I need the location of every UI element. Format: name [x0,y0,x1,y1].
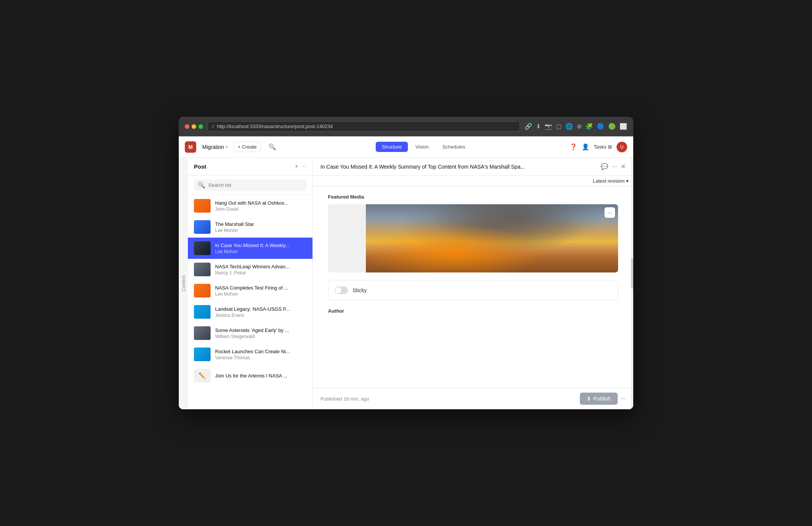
comment-icon[interactable]: 💬 [601,163,608,170]
extension-icon3[interactable]: 🟢 [608,123,616,130]
panel-header: Post + ··· [188,158,312,175]
extension-icon1[interactable]: 🧩 [586,123,593,130]
panel-actions: + ··· [295,163,306,170]
more-options-icon[interactable]: ··· [612,163,617,170]
help-icon[interactable]: ❓ [570,143,577,150]
list-item-draft[interactable]: ✏️ Join Us for the Artemis I NASA ... [188,365,312,386]
terminal-icon[interactable]: ▢ [556,123,562,130]
doc-title: In Case You Missed It: A Weekly Summary … [320,164,596,170]
tasks-button[interactable]: Tasks ⊞ [594,144,612,150]
post-title: In Case You Missed It: A Weekly... [215,243,306,248]
tab-schedules[interactable]: Schedules [436,142,472,152]
list-item[interactable]: Hang Out with NASA at Oshkos... John Gou… [188,195,312,216]
post-title: NASA Completes Test Firing of ... [215,285,306,291]
extension-icon2[interactable]: 🔵 [597,123,604,130]
doc-header: In Case You Missed It: A Weekly Summary … [313,158,633,176]
user-avatar[interactable]: U [617,142,627,152]
post-title: NASA TechLeap Winners Advan... [215,264,306,269]
explosion-overlay [366,204,618,272]
info-icon: i [212,124,214,129]
panel-title: Post [194,163,295,170]
search-bar: 🔍 [188,175,312,195]
featured-media-area: ··· [328,204,618,272]
author-label: Author [328,308,618,314]
tab-structure[interactable]: Structure [376,142,408,152]
target-icon[interactable]: ⊕ [577,123,582,130]
search-input[interactable] [208,182,303,188]
post-info: Some Asteroids 'Aged Early' by ... Willi… [215,327,306,339]
doc-header-actions: 💬 ··· ✕ [601,163,626,170]
minimize-dot[interactable] [192,124,196,129]
sticky-section: Sticky [328,280,618,301]
post-thumbnail [194,263,211,276]
scrollbar-thumb[interactable] [631,258,633,289]
post-title: The Marshall Star [215,221,306,227]
list-item[interactable]: Landsat Legacy: NASA-USGS P... Jessica E… [188,301,312,322]
workspace-name-label: Migration [202,144,224,150]
post-title: Landsat Legacy: NASA-USGS P... [215,306,306,312]
close-dot[interactable] [185,124,189,129]
search-wrap: 🔍 [194,179,306,191]
add-post-button[interactable]: + [295,163,298,170]
post-info: NASA TechLeap Winners Advan... Nancy J. … [215,264,306,276]
list-item[interactable]: NASA TechLeap Winners Advan... Nancy J. … [188,259,312,280]
workspace-selector[interactable]: Migration ▾ [202,144,228,150]
tasks-label: Tasks [594,144,606,150]
search-button[interactable]: 🔍 [267,142,278,152]
browser-actions: 🔗 ⬇ 📷 ▢ 🌐 ⊕ 🧩 🔵 🟢 ⬜ [525,123,627,130]
post-info: Rocket Launches Can Create Ni... Vanessa… [215,349,306,360]
post-thumbnail [194,348,211,361]
published-time: Published 18 min. ago [320,396,369,402]
post-title: Rocket Launches Can Create Ni... [215,349,306,354]
sidebar-content-tab[interactable]: Content [179,158,188,409]
top-nav: M Migration ▾ + Create 🔍 Structure Visio… [179,136,633,158]
close-icon[interactable]: ✕ [621,163,626,170]
link-icon[interactable]: 🔗 [525,123,532,130]
globe-icon[interactable]: 🌐 [565,123,573,130]
maximize-dot[interactable] [198,124,203,129]
panel-more-button[interactable]: ··· [301,163,306,170]
list-item[interactable]: The Marshall Star Lee Mohon [188,216,312,238]
post-list: Hang Out with NASA at Oshkos... John Gou… [188,195,312,409]
search-icon: 🔍 [198,182,205,189]
members-icon[interactable]: 👤 [582,143,589,150]
revision-selector[interactable]: Latest revision ▾ [313,176,633,186]
post-title: Some Asteroids 'Aged Early' by ... [215,327,306,333]
list-item[interactable]: NASA Completes Test Firing of ... Lee Mo… [188,280,312,301]
create-button[interactable]: + Create [234,142,261,152]
publish-button[interactable]: ⬆ Publish [580,393,618,405]
post-thumbnail [194,305,211,319]
post-author: Lee Mohon [215,291,306,297]
tab-vision[interactable]: Vision [409,142,435,152]
post-info: Hang Out with NASA at Oshkos... John Gou… [215,200,306,212]
workspace-chevron-icon: ▾ [226,145,228,149]
list-item-active[interactable]: In Case You Missed It: A Weekly... Lee M… [188,238,312,259]
featured-media-label: Featured Media [328,194,618,200]
post-author: Nancy J. Pekar [215,270,306,276]
list-item[interactable]: Some Asteroids 'Aged Early' by ... Willi… [188,322,312,344]
media-more-button[interactable]: ··· [604,207,615,218]
nav-right: ❓ 👤 Tasks ⊞ U [570,142,627,152]
post-info: Landsat Legacy: NASA-USGS P... Jessica E… [215,306,306,318]
post-info: In Case You Missed It: A Weekly... Lee M… [215,243,306,254]
post-thumbnail [194,220,211,234]
camera-icon[interactable]: 📷 [545,123,552,130]
revision-chevron-icon: ▾ [626,178,629,184]
sidebar-toggle-icon[interactable]: ⬜ [620,123,627,130]
sticky-toggle[interactable] [334,286,348,294]
address-bar[interactable]: i http://localhost:3333/nasa/structure/p… [208,121,520,132]
featured-image [366,204,618,272]
bottom-bar: Published 18 min. ago ⬆ Publish ··· [313,388,633,409]
browser-chrome: i http://localhost:3333/nasa/structure/p… [179,117,633,136]
app-container: M Migration ▾ + Create 🔍 Structure Visio… [179,136,633,409]
publish-upload-icon: ⬆ [587,396,591,402]
post-author: Lee Mohon [215,228,306,233]
nav-tabs: Structure Vision Schedules [284,142,564,152]
download-icon[interactable]: ⬇ [536,123,541,130]
list-item[interactable]: Rocket Launches Can Create Ni... Vanessa… [188,344,312,365]
post-author: Jessica Evans [215,313,306,318]
main-layout: Content Post + ··· 🔍 [179,158,633,409]
publish-more-button[interactable]: ··· [621,395,626,402]
post-author: William Steigerwald [215,334,306,339]
post-thumbnail [194,241,211,255]
